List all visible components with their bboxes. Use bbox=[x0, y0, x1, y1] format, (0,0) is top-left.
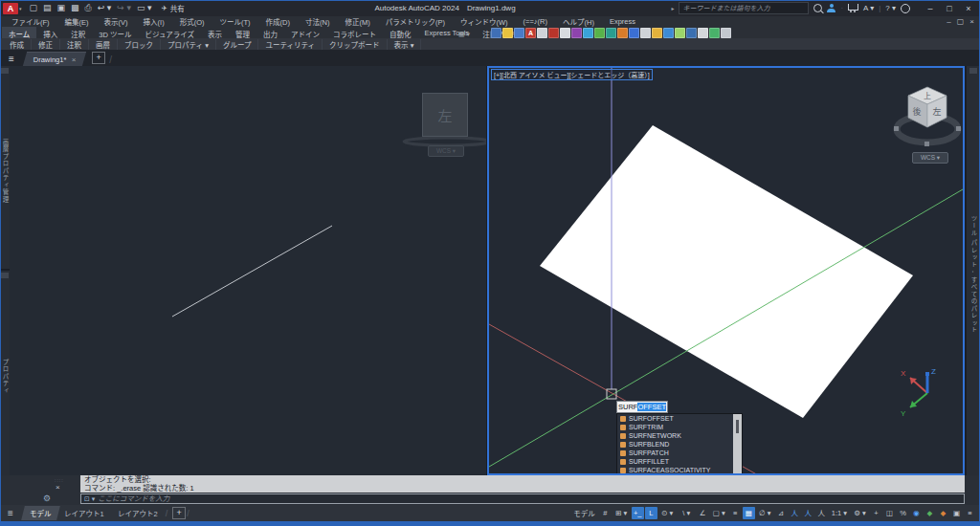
viewcube-cube[interactable]: 上 後 左 bbox=[908, 87, 947, 127]
autocomplete-item[interactable]: SURFNETWORK bbox=[617, 431, 742, 440]
ribbon-tab[interactable]: 注釈 bbox=[64, 27, 92, 38]
grid-display-toggle[interactable]: # bbox=[599, 507, 612, 519]
selection-cycling-toggle[interactable]: ∅ ▾ bbox=[756, 507, 774, 519]
customize-wrench-icon[interactable]: ⚙ bbox=[43, 493, 51, 503]
layout-tab[interactable]: レイアウト2 bbox=[109, 506, 166, 520]
scrollbar-thumb[interactable] bbox=[736, 420, 739, 433]
autodesk-account-button[interactable]: A ▾ bbox=[863, 4, 874, 12]
layout-tab-menu-icon[interactable]: ≡ bbox=[0, 508, 23, 518]
ribbon-panel-button[interactable]: ブロック bbox=[118, 39, 161, 50]
doc-restore-button[interactable]: ▢ bbox=[957, 17, 965, 26]
help-button[interactable]: ? ▾ bbox=[885, 4, 896, 12]
ribbon-tab[interactable]: コラボレート bbox=[326, 27, 383, 38]
express-tool-icon[interactable] bbox=[629, 28, 639, 38]
wcs-dropdown[interactable]: WCS ▾ bbox=[912, 152, 948, 164]
menu-item[interactable]: 形式(O) bbox=[172, 16, 212, 27]
ribbon-tab[interactable]: 挿入 bbox=[36, 27, 64, 38]
model-space-toggle[interactable]: モデル bbox=[570, 507, 598, 519]
express-tool-icon[interactable] bbox=[502, 28, 513, 38]
ribbon-panel-button[interactable]: 注釈 bbox=[60, 39, 89, 50]
qat-saveas-button[interactable]: ▩ bbox=[69, 2, 81, 14]
autocomplete-scrollbar[interactable] bbox=[733, 414, 742, 474]
object-snap-tracking-toggle[interactable]: ∠ bbox=[697, 507, 709, 519]
lineweight-toggle[interactable]: ≡ bbox=[729, 507, 742, 519]
qat-plot-button[interactable]: ⎙ bbox=[83, 2, 94, 14]
compass-south-marker[interactable] bbox=[924, 142, 929, 146]
wcs-dropdown-dim[interactable]: WCS ▾ bbox=[428, 145, 464, 157]
object-snap-toggle[interactable]: ▢ ▾ bbox=[710, 507, 728, 519]
express-tool-icon[interactable] bbox=[606, 28, 616, 38]
qat-redo-button[interactable]: ↪ ▾ bbox=[115, 2, 133, 14]
annotation-visibility-toggle[interactable]: 人 bbox=[789, 507, 801, 519]
autocad-app-menu-button[interactable]: A ▾ bbox=[3, 3, 22, 14]
ribbon-panel-button[interactable]: プロパティ ▾ bbox=[161, 39, 216, 50]
file-tab-close-icon[interactable]: × bbox=[71, 55, 76, 64]
ribbon-tab[interactable]: ビジュアライズ bbox=[138, 27, 201, 38]
qat-customize-button[interactable]: ▭ ▾ bbox=[135, 2, 154, 14]
line-object[interactable] bbox=[172, 226, 332, 317]
express-tool-icon[interactable] bbox=[640, 28, 651, 38]
express-tool-icon[interactable] bbox=[583, 28, 593, 38]
qat-new-button[interactable]: ▢ bbox=[28, 2, 40, 14]
viewport-controls-label[interactable]: [+][北西 アイソメ ビュー][シェードとエッジ（高速）] bbox=[491, 69, 653, 80]
autocomplete-item[interactable]: SURFOFFSET bbox=[617, 414, 742, 423]
ribbon-panel-button[interactable]: 表示 ▾ bbox=[388, 39, 422, 50]
express-tool-icon[interactable] bbox=[698, 28, 708, 38]
annotation-people-toggle[interactable]: 人 bbox=[815, 507, 828, 519]
express-tool-icon[interactable] bbox=[548, 28, 559, 38]
menu-item[interactable]: 修正(M) bbox=[337, 16, 377, 27]
autocomplete-item[interactable]: SURFBLEND bbox=[617, 440, 742, 449]
viewport-right-active[interactable]: [+][北西 アイソメ ビュー][シェードとエッジ（高速）] X Y Z bbox=[487, 66, 965, 475]
ortho-mode-toggle[interactable]: L bbox=[645, 507, 657, 519]
ribbon-tab[interactable]: 表示 bbox=[201, 27, 229, 38]
snap-mode-toggle[interactable]: ⊞ ▾ bbox=[612, 507, 631, 519]
layer-properties-palette-strip[interactable]: 画層プロパティ管理 bbox=[0, 66, 10, 269]
express-tool-icon[interactable] bbox=[491, 28, 501, 38]
menu-item[interactable]: 寸法(N) bbox=[298, 16, 337, 27]
search-input[interactable] bbox=[679, 2, 809, 14]
express-tool-icon[interactable] bbox=[514, 28, 524, 38]
planar-surface-object[interactable] bbox=[540, 125, 913, 418]
ribbon-tab[interactable]: 管理 bbox=[229, 27, 256, 38]
menu-item[interactable]: ウィンドウ(W) bbox=[453, 16, 516, 27]
graphics-performance-button[interactable]: % bbox=[897, 507, 909, 519]
doc-close-button[interactable]: × bbox=[969, 17, 974, 26]
isolate-objects-button[interactable]: ◫ bbox=[883, 507, 896, 519]
3d-object-snap-toggle[interactable]: ⊿ bbox=[775, 507, 788, 519]
menu-item[interactable]: ツール(T) bbox=[212, 16, 258, 27]
express-tool-icon[interactable] bbox=[686, 28, 697, 38]
ribbon-tab[interactable]: 3D ツール bbox=[92, 27, 138, 38]
ribbon-tab-overflow-button[interactable]: ▦ ▾ bbox=[454, 29, 475, 38]
autocomplete-item[interactable]: SURFACEASSOCIATIVITY bbox=[617, 466, 742, 474]
ribbon-panel-button[interactable]: クリップボード bbox=[323, 39, 388, 50]
qat-open-button[interactable]: ▤ bbox=[41, 2, 54, 14]
autocomplete-item[interactable]: SURFTRIM bbox=[617, 423, 742, 431]
command-close-icon[interactable]: × bbox=[56, 483, 60, 492]
polar-tracking-toggle[interactable]: ⊙ ▾ bbox=[658, 507, 677, 519]
autocomplete-item[interactable]: SURFPATCH bbox=[617, 449, 742, 457]
transparency-toggle[interactable]: ▦ bbox=[743, 507, 755, 519]
express-tool-icon[interactable] bbox=[594, 28, 605, 38]
layout-tab[interactable]: モデル bbox=[21, 506, 59, 520]
layout-tab[interactable]: レイアウト1 bbox=[56, 506, 112, 520]
window-maximize-button[interactable]: □ bbox=[940, 0, 959, 16]
express-tool-icon[interactable] bbox=[675, 28, 685, 38]
ribbon-tab[interactable]: 自動化 bbox=[383, 27, 418, 38]
doc-minimize-button[interactable]: – bbox=[947, 17, 950, 26]
express-tool-icon[interactable]: A bbox=[525, 28, 536, 38]
search-expand-icon[interactable]: ▸ bbox=[671, 5, 674, 11]
hardware-acceleration-toggle[interactable]: ◉ bbox=[910, 507, 923, 519]
ribbon-panel-button[interactable]: グループ bbox=[216, 39, 259, 50]
new-drawing-tab-button[interactable]: + bbox=[92, 52, 105, 64]
file-tab-menu-icon[interactable]: ≡ bbox=[0, 54, 25, 66]
qat-undo-button[interactable]: ↩ ▾ bbox=[96, 2, 114, 14]
viewport-left[interactable]: 左 WCS ▾ bbox=[10, 66, 486, 475]
express-tool-icon[interactable] bbox=[663, 28, 674, 38]
express-tool-icon[interactable] bbox=[617, 28, 628, 38]
properties-palette-strip[interactable]: プロパティ bbox=[0, 271, 10, 475]
ribbon-panel-button[interactable]: 作成 bbox=[3, 39, 32, 50]
sync-status-icon[interactable]: ◆ bbox=[924, 507, 936, 519]
window-close-button[interactable]: × bbox=[959, 0, 978, 16]
menu-item[interactable]: パラメトリック(P) bbox=[378, 16, 453, 27]
customization-button[interactable]: + bbox=[870, 507, 882, 519]
